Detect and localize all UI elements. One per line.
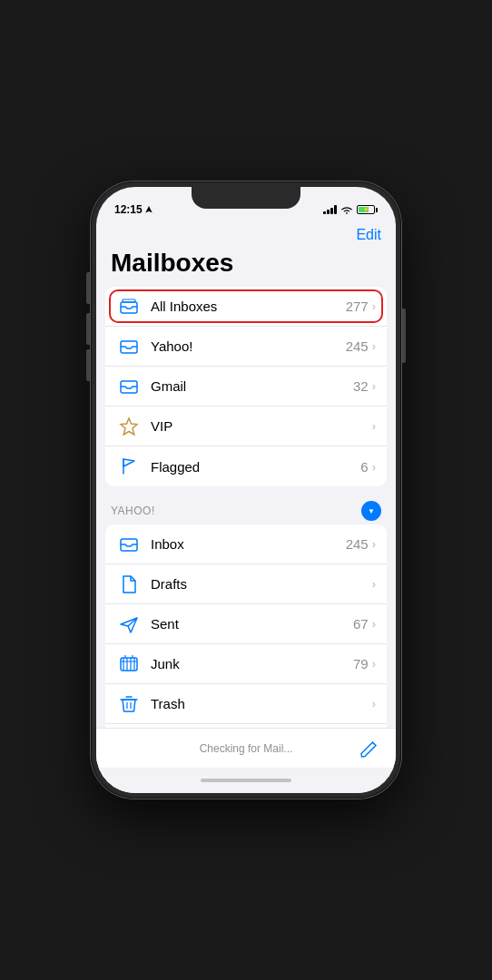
yahoo-badge: 245	[346, 338, 369, 354]
all-inboxes-label: All Inboxes	[151, 299, 346, 314]
battery-icon: ⚡	[357, 205, 378, 214]
status-icons: ⚡	[323, 205, 378, 215]
sent-chevron: ›	[372, 617, 376, 631]
yahoo-collapse-button[interactable]	[361, 501, 381, 521]
drafts1-chevron: ›	[372, 577, 376, 591]
inbox-icon	[116, 532, 142, 557]
doc-icon	[116, 572, 142, 597]
sent-label: Sent	[151, 616, 353, 632]
status-time: 12:15	[114, 203, 143, 216]
list-item-junk[interactable]: Junk 79 ›	[105, 644, 387, 684]
yahoo-label: Yahoo!	[151, 338, 346, 354]
home-indicator	[96, 768, 396, 793]
edit-button[interactable]: Edit	[356, 227, 381, 243]
inbox-stack-icon	[116, 294, 142, 319]
wifi-icon	[340, 205, 353, 215]
location-icon	[145, 206, 153, 214]
svg-marker-4	[121, 418, 137, 435]
yahoo-chevron: ›	[372, 339, 376, 353]
top-section: All Inboxes 277 › Yahoo! 245	[105, 287, 387, 486]
sent-icon	[116, 612, 142, 637]
home-bar	[201, 779, 291, 782]
trash-chevron: ›	[372, 697, 376, 710]
inbox-chevron: ›	[372, 537, 376, 551]
flagged-chevron: ›	[372, 460, 376, 474]
sent-badge: 67	[353, 616, 369, 632]
notch	[192, 187, 300, 209]
list-item-trash[interactable]: Trash ›	[105, 684, 387, 724]
all-inboxes-chevron: ›	[372, 299, 376, 313]
gmail-inbox-icon	[116, 374, 142, 399]
drafts1-label: Drafts	[151, 576, 369, 592]
trash-icon	[116, 691, 142, 717]
footer-bar: Checking for Mail...	[96, 728, 396, 768]
gmail-chevron: ›	[372, 379, 376, 393]
list-item-flagged[interactable]: Flagged 6 ›	[105, 446, 387, 486]
star-icon	[116, 414, 142, 439]
yahoo-inbox-icon	[116, 334, 142, 359]
flag-icon	[116, 454, 142, 479]
vip-label: VIP	[151, 418, 369, 434]
junk-icon	[116, 652, 142, 677]
list-item-vip[interactable]: VIP ›	[105, 407, 387, 446]
nav-bar: Edit	[96, 223, 396, 249]
all-inboxes-badge: 277	[346, 299, 369, 314]
flagged-badge: 6	[360, 459, 368, 475]
footer-status: Checking for Mail...	[200, 742, 293, 755]
svg-rect-1	[123, 299, 135, 302]
list-item-all-inboxes[interactable]: All Inboxes 277 ›	[105, 287, 387, 327]
flagged-label: Flagged	[151, 459, 360, 475]
svg-rect-0	[121, 302, 137, 313]
page-title: Mailboxes	[96, 249, 396, 287]
yahoo-section-header: YAHOO!	[96, 495, 396, 524]
inbox-badge: 245	[346, 536, 369, 552]
phone-frame: 12:15	[91, 181, 401, 799]
compose-button[interactable]	[356, 736, 381, 761]
inbox-label: Inbox	[151, 536, 346, 552]
junk-chevron: ›	[372, 657, 376, 671]
list-item-inbox[interactable]: Inbox 245 ›	[105, 524, 387, 564]
phone-screen: 12:15	[96, 187, 396, 793]
trash-label: Trash	[151, 696, 369, 711]
list-container[interactable]: All Inboxes 277 › Yahoo! 245	[96, 287, 396, 728]
signal-icon	[323, 205, 337, 214]
junk-label: Junk	[151, 656, 353, 671]
list-item-yahoo[interactable]: Yahoo! 245 ›	[105, 327, 387, 367]
list-item-gmail[interactable]: Gmail 32 ›	[105, 367, 387, 407]
list-item-drafts1[interactable]: Drafts ›	[105, 564, 387, 604]
yahoo-section-label: YAHOO!	[111, 505, 155, 517]
gmail-badge: 32	[353, 378, 369, 394]
screen-content: Edit Mailboxes	[96, 223, 396, 793]
yahoo-section: Inbox 245 › Drafts	[105, 524, 387, 728]
gmail-label: Gmail	[151, 378, 353, 394]
list-item-sent[interactable]: Sent 67 ›	[105, 604, 387, 644]
vip-chevron: ›	[372, 419, 376, 433]
junk-badge: 79	[353, 656, 369, 671]
